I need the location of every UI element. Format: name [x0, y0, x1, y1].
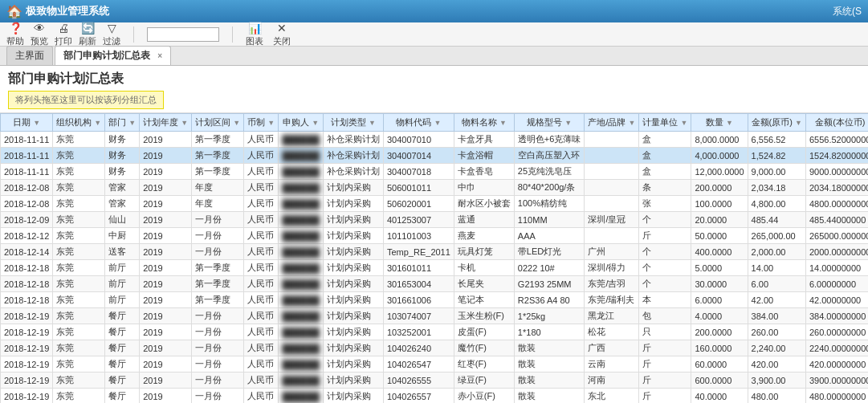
col-header-物料代码[interactable]: 物料代码 ▼	[383, 114, 454, 132]
print-button[interactable]: 🖨 打印	[55, 22, 72, 47]
table-cell: 散装	[514, 356, 585, 372]
table-cell: 506001011	[383, 180, 454, 196]
table-cell: 东莞	[53, 212, 105, 228]
table-cell: 一月份	[192, 356, 244, 372]
refresh-button[interactable]: 🔄 刷新	[79, 22, 96, 47]
tab-dept-purchase[interactable]: 部门申购计划汇总表 ×	[55, 46, 171, 65]
table-cell: 东莞/瑞利夫	[585, 292, 639, 308]
tab-home[interactable]: 主界面	[6, 46, 53, 65]
table-cell: 盒	[639, 164, 691, 180]
col-header-日期[interactable]: 日期 ▼	[1, 114, 53, 132]
table-container[interactable]: 日期 ▼组织机构 ▼部门 ▼计划年度 ▼计划区间 ▼币制 ▼申购人 ▼计划类型 …	[0, 113, 868, 403]
table-row[interactable]: 2018-12-19东莞餐厅2019一月份人民币██████计划内采购10402…	[1, 340, 869, 356]
table-cell: 魔竹(F)	[454, 340, 514, 356]
table-cell: 2019	[140, 356, 192, 372]
table-cell: 12,000.0000	[691, 164, 748, 180]
table-row[interactable]: 2018-12-19东莞餐厅2019一月份人民币██████计划内采购10402…	[1, 389, 869, 404]
sort-icon: ▼	[564, 119, 572, 127]
col-header-金额(本位币)[interactable]: 金额(本位币) ▼	[805, 114, 868, 132]
table-cell: 2018-11-11	[1, 132, 53, 148]
table-cell: 一月份	[192, 212, 244, 228]
search-input[interactable]	[147, 27, 219, 42]
table-cell: 一月份	[192, 244, 244, 260]
col-header-计划区间[interactable]: 计划区间 ▼	[192, 114, 244, 132]
col-header-物料名称[interactable]: 物料名称 ▼	[454, 114, 514, 132]
table-cell: 160.0000	[691, 340, 748, 356]
table-cell	[585, 180, 639, 196]
table-cell: 2018-12-18	[1, 292, 53, 308]
table-cell: 103252001	[383, 324, 454, 340]
table-cell: 2018-12-19	[1, 324, 53, 340]
col-header-金额(原币)[interactable]: 金额(原币) ▼	[748, 114, 805, 132]
table-row[interactable]: 2018-12-08东莞管家2019年度人民币██████计划内采购506020…	[1, 196, 869, 212]
table-cell: 260.00	[748, 324, 805, 340]
col-header-规格型号[interactable]: 规格型号 ▼	[514, 114, 585, 132]
table-row[interactable]: 2018-12-19东莞餐厅2019一月份人民币██████计划内采购10307…	[1, 308, 869, 324]
table-row[interactable]: 2018-12-18东莞前厅2019第一季度人民币██████计划内采购3016…	[1, 260, 869, 276]
table-cell: 红枣(F)	[454, 356, 514, 372]
help-button[interactable]: ❓ 帮助	[6, 22, 24, 47]
table-cell: 中厨	[105, 228, 140, 244]
table-cell: 卡机	[454, 260, 514, 276]
table-cell: 2018-12-14	[1, 244, 53, 260]
table-cell: 斤	[639, 356, 691, 372]
preview-button[interactable]: 👁 预览	[31, 22, 48, 47]
col-header-计量单位[interactable]: 计量单位 ▼	[639, 114, 691, 132]
table-cell: 河南	[585, 372, 639, 389]
sort-icon: ▼	[181, 119, 188, 127]
table-cell: 东莞	[53, 148, 105, 164]
col-header-计划类型[interactable]: 计划类型 ▼	[323, 114, 383, 132]
table-body: 2018-11-11东莞财务2019第一季度人民币██████补仓采购计划304…	[1, 132, 869, 404]
table-cell: 人民币	[244, 164, 279, 180]
table-cell: 散装	[514, 372, 585, 389]
filter-button[interactable]: ▽ 过滤	[103, 22, 120, 47]
table-row[interactable]: 2018-11-11东莞财务2019第一季度人民币██████补仓采购计划304…	[1, 132, 869, 148]
tabs: 主界面 部门申购计划汇总表 ×	[0, 47, 868, 66]
col-header-申购人[interactable]: 申购人 ▼	[279, 114, 324, 132]
table-cell: 计划内采购	[323, 180, 383, 196]
table-cell: 张	[639, 196, 691, 212]
table-row[interactable]: 2018-12-14东莞送客2019一月份人民币██████计划内采购Temp_…	[1, 244, 869, 260]
tab-close-icon[interactable]: ×	[157, 51, 162, 60]
table-row[interactable]: 2018-11-11东莞财务2019第一季度人民币██████补仓采购计划304…	[1, 148, 869, 164]
table-cell: ██████	[279, 244, 324, 260]
table-cell: 云南	[585, 356, 639, 372]
col-header-产地/品牌[interactable]: 产地/品牌 ▼	[585, 114, 639, 132]
table-cell: 4,000.0000	[691, 148, 748, 164]
table-row[interactable]: 2018-12-08东莞管家2019年度人民币██████计划内采购506001…	[1, 180, 869, 196]
sort-icon: ▼	[33, 119, 40, 127]
table-row[interactable]: 2018-12-19东莞餐厅2019一月份人民币██████计划内采购10402…	[1, 372, 869, 389]
table-cell: 2,240.00	[748, 340, 805, 356]
hint-bar: 将列头拖至这里可以按该列分组汇总	[8, 91, 164, 109]
table-cell: ██████	[279, 132, 324, 148]
filter-icon: ▽	[108, 22, 116, 35]
col-header-数量[interactable]: 数量 ▼	[691, 114, 748, 132]
table-row[interactable]: 2018-12-19东莞餐厅2019一月份人民币██████计划内采购10325…	[1, 324, 869, 340]
table-row[interactable]: 2018-11-11东莞财务2019第一季度人民币██████补仓采购计划304…	[1, 164, 869, 180]
table-cell: 餐厅	[105, 340, 140, 356]
table-cell: ██████	[279, 260, 324, 276]
table-cell: 补仓采购计划	[323, 148, 383, 164]
col-header-组织机构[interactable]: 组织机构 ▼	[53, 114, 105, 132]
table-row[interactable]: 2018-12-18东莞前厅2019第一季度人民币██████计划内采购3016…	[1, 292, 869, 308]
table-cell: 480.00	[748, 389, 805, 404]
table-cell: 财务	[105, 132, 140, 148]
close-button[interactable]: ✕ 关闭	[273, 22, 291, 47]
table-cell: 2018-12-19	[1, 372, 53, 389]
table-cell: 东莞	[53, 276, 105, 292]
data-table: 日期 ▼组织机构 ▼部门 ▼计划年度 ▼计划区间 ▼币制 ▼申购人 ▼计划类型 …	[0, 113, 868, 403]
table-cell: 2034.18000000	[805, 180, 868, 196]
table-cell: ██████	[279, 308, 324, 324]
table-row[interactable]: 2018-12-09东莞仙山2019一月份人民币██████计划内采购40125…	[1, 212, 869, 228]
chart-button[interactable]: 📊 图表	[246, 22, 263, 47]
table-cell: 一月份	[192, 324, 244, 340]
table-row[interactable]: 2018-12-18东莞前厅2019第一季度人民币██████计划内采购3016…	[1, 276, 869, 292]
col-header-部门[interactable]: 部门 ▼	[105, 114, 140, 132]
table-cell: 管家	[105, 196, 140, 212]
table-row[interactable]: 2018-12-19东莞餐厅2019一月份人民币██████计划内采购10402…	[1, 356, 869, 372]
table-row[interactable]: 2018-12-12东莞中厨2019一月份人民币██████计划内采购10110…	[1, 228, 869, 244]
col-header-币制[interactable]: 币制 ▼	[244, 114, 279, 132]
table-cell: 东莞	[53, 164, 105, 180]
table-cell: 5.0000	[691, 260, 748, 276]
col-header-计划年度[interactable]: 计划年度 ▼	[140, 114, 192, 132]
